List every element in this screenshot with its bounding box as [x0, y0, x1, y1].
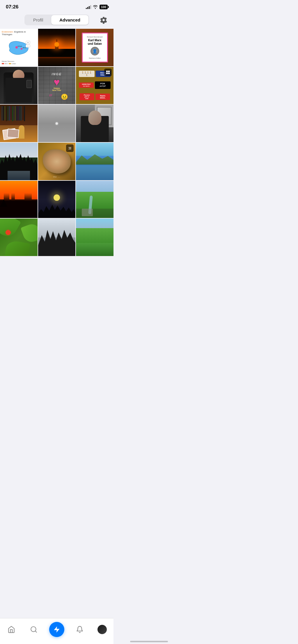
gear-icon — [100, 16, 107, 24]
grid-item-4[interactable] — [0, 67, 38, 104]
grid-item-3[interactable]: Richard Wurmbrand Karl Marxund Satan 👤 S… — [76, 29, 113, 66]
signal-icon — [86, 5, 91, 9]
svg-rect-9 — [108, 71, 110, 72]
map-label: Erstimmen: Ergebnis inThüringen — [2, 31, 36, 36]
grid-item-13[interactable] — [0, 181, 38, 218]
battery-indicator: 100 — [100, 5, 108, 9]
settings-button[interactable] — [98, 15, 109, 25]
svg-rect-11 — [108, 72, 110, 74]
tab-advanced[interactable]: Advanced — [51, 15, 88, 25]
grid-item-14[interactable] — [38, 181, 76, 218]
status-bar: 07:26 100 — [0, 0, 113, 12]
book-cover: Richard Wurmbrand Karl Marxund Satan 👤 S… — [82, 33, 108, 62]
status-time: 07:26 — [6, 4, 18, 10]
grid-item-10[interactable] — [0, 143, 38, 180]
grid-item-18[interactable] — [76, 219, 113, 256]
map-legend: Meiste Stimmen — [2, 60, 36, 62]
grid-item-12[interactable] — [76, 143, 113, 180]
tab-selector: Profil Advanced — [24, 15, 89, 25]
status-icons: 100 — [86, 5, 108, 9]
grid-item-2[interactable] — [38, 29, 76, 66]
photo-grid: Erstimmen: Ergebnis inThüringen Erfurt J… — [0, 29, 113, 256]
grid-item-7[interactable] — [0, 105, 38, 142]
grid-item-5[interactable]: INGE ♥ HappyNew Year 27 😐 — [38, 67, 76, 104]
header: Profil Advanced — [0, 12, 113, 29]
grid-item-17[interactable] — [38, 219, 76, 256]
grid-item-8[interactable] — [38, 105, 76, 142]
wifi-icon — [93, 5, 98, 9]
grid-item-11[interactable]: the ... — [38, 143, 76, 180]
svg-rect-8 — [106, 71, 108, 72]
grid-item-15[interactable] — [76, 181, 113, 218]
grid-item-6[interactable]: 🚶🚶🚶🚶🚶 Höcke klaut! VERBOTEN?DIE PARTEI F… — [76, 67, 113, 104]
grid-item-1[interactable]: Erstimmen: Ergebnis inThüringen Erfurt J… — [0, 29, 38, 66]
svg-text:−: − — [27, 45, 29, 47]
media-icon-6 — [104, 69, 112, 76]
media-icon-11 — [66, 144, 74, 152]
map-svg: Erfurt Jena + − — [2, 37, 36, 59]
svg-text:Erfurt: Erfurt — [18, 45, 22, 47]
grid-item-16[interactable] — [0, 219, 38, 256]
svg-point-0 — [15, 46, 18, 49]
tab-profil[interactable]: Profil — [25, 15, 51, 25]
svg-text:+: + — [27, 41, 29, 44]
grid-item-9[interactable] — [76, 105, 113, 142]
svg-rect-10 — [106, 72, 108, 74]
